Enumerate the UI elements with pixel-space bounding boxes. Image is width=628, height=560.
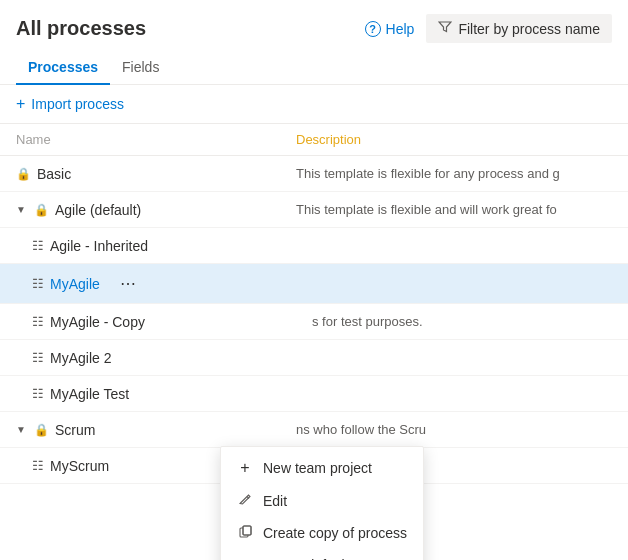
tree-icon: ☷ [32,458,44,473]
plus-icon: + [16,95,25,113]
menu-item-set-default[interactable]: Set as default process [221,549,423,560]
process-name-cell: ▼ 🔒 Scrum [16,422,296,438]
process-name: MyAgile Test [50,386,129,402]
chevron-down-icon[interactable]: ▼ [16,424,26,435]
process-name-cell: ☷ MyAgile - Copy [32,314,312,330]
filter-button[interactable]: Filter by process name [426,14,612,43]
ellipsis-button[interactable]: ⋯ [114,272,144,295]
tab-fields[interactable]: Fields [110,51,171,85]
import-label: Import process [31,96,124,112]
process-name: Scrum [55,422,95,438]
process-name: MyAgile - Copy [50,314,145,330]
copy-icon [237,525,253,541]
pencil-icon [237,493,253,509]
table-row: ☷ Agile - Inherited [0,228,628,264]
table-row: ▼ 🔒 Scrum ns who follow the Scru [0,412,628,448]
process-description: ns who follow the Scru [296,422,612,437]
tabs-bar: Processes Fields [0,51,628,85]
tree-icon: ☷ [32,350,44,365]
tree-icon: ☷ [32,314,44,329]
process-description: s for test purposes. [312,314,612,329]
process-description: This template is flexible for any proces… [296,166,612,181]
col-desc-header: Description [296,132,361,147]
import-process-button[interactable]: + Import process [16,95,124,113]
process-name-cell: ☷ Agile - Inherited [32,238,312,254]
header: All processes ? Help Filter by process n… [0,0,628,51]
menu-label: Create copy of process [263,525,407,541]
table-header: Name Description [0,124,628,156]
filter-icon [438,20,452,37]
lock-icon: 🔒 [34,203,49,217]
process-name: Agile (default) [55,202,141,218]
process-description: This template is flexible and will work … [296,202,612,217]
process-name-cell: ▼ 🔒 Agile (default) [16,202,296,218]
tree-icon: ☷ [32,386,44,401]
filter-label: Filter by process name [458,21,600,37]
process-name-link[interactable]: MyAgile [50,276,100,292]
svg-rect-2 [243,526,251,535]
import-row: + Import process [0,85,628,124]
svg-line-0 [247,497,249,499]
lock-icon: 🔒 [16,167,31,181]
menu-label: Edit [263,493,287,509]
tree-icon: ☷ [32,276,44,291]
header-right: ? Help Filter by process name [365,14,612,43]
table-row: ▼ 🔒 Agile (default) This template is fle… [0,192,628,228]
lock-icon: 🔒 [34,423,49,437]
tab-processes[interactable]: Processes [16,51,110,85]
menu-item-create-copy[interactable]: Create copy of process [221,517,423,549]
table-row: ☷ MyAgile Test [0,376,628,412]
process-name-cell: ☷ MyAgile ⋯ [32,272,312,295]
menu-item-new-team-project[interactable]: + New team project [221,451,423,485]
process-name: MyScrum [50,458,109,474]
help-label: Help [386,21,415,37]
context-menu: + New team project Edit Create copy of p… [220,446,424,560]
menu-item-edit[interactable]: Edit [221,485,423,517]
process-name-cell: ☷ MyAgile 2 [32,350,312,366]
process-name: Basic [37,166,71,182]
process-list: 🔒 Basic This template is flexible for an… [0,156,628,484]
col-name-header: Name [16,132,296,147]
table-row: 🔒 Basic This template is flexible for an… [0,156,628,192]
table-row: ☷ MyAgile ⋯ [0,264,628,304]
help-circle-icon: ? [365,21,381,37]
tree-icon: ☷ [32,238,44,253]
process-name-cell: 🔒 Basic [16,166,296,182]
chevron-down-icon[interactable]: ▼ [16,204,26,215]
process-name: MyAgile 2 [50,350,111,366]
menu-label: New team project [263,460,372,476]
table-row: ☷ MyAgile - Copy s for test purposes. [0,304,628,340]
page-title: All processes [16,17,146,40]
table-row: ☷ MyAgile 2 [0,340,628,376]
app-container: All processes ? Help Filter by process n… [0,0,628,484]
help-button[interactable]: ? Help [365,21,415,37]
plus-icon: + [237,459,253,477]
process-name-cell: ☷ MyAgile Test [32,386,312,402]
process-name: Agile - Inherited [50,238,148,254]
